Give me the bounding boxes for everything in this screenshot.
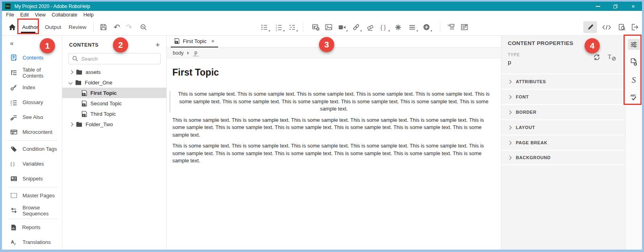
restore-button[interactable] [607,2,624,11]
workspace-tab-output[interactable]: Output [41,18,65,35]
breadcrumb-current[interactable]: p [193,50,199,56]
insert-image-button[interactable] [323,21,335,33]
insert-table-button[interactable] [310,21,322,33]
sidebar-item-contents[interactable]: Contents [2,50,62,65]
insert-table-icon [312,24,320,31]
sidebar-item-master-pages[interactable]: Master Pages [2,188,62,203]
find-replace-icon [140,24,147,31]
insert-snippet-button[interactable] [392,21,404,33]
section-page-break[interactable]: PAGE BREAK [501,135,625,150]
preview-button[interactable] [616,21,628,33]
topic-paragraph[interactable]: This is some sample text. This is some s… [172,90,495,113]
paragraph-styles-button[interactable] [406,21,418,33]
source-view-button[interactable] [601,21,613,33]
chevron-right-icon[interactable] [70,70,74,74]
sidebar-item-table-of-contents[interactable]: Table of Contents [2,65,62,80]
sidebar-item-microcontent[interactable]: Microcontent [2,125,62,139]
sidebar-item-variables[interactable]: { } Variables [2,156,62,171]
menu-help[interactable]: Help [84,12,94,18]
home-icon [8,24,16,31]
section-font[interactable]: FONT [501,89,625,104]
undo-button[interactable]: ↶ [111,21,123,33]
callout-4: 4 [585,38,600,53]
menu-bar: File Edit View Collaborate Help [2,11,642,18]
numbered-list-button[interactable]: 123 [273,21,285,33]
topic-file-icon: H [174,38,180,44]
insert-image-icon [325,24,333,31]
sidebar-item-translations[interactable]: Az Translations [2,235,62,250]
contents-panel: CONTENTS + assets Folder_One [62,36,167,250]
insert-more-button[interactable] [420,21,432,33]
contents-tree: assets Folder_One H First Topic H Second… [62,67,166,129]
translations-icon: Az [10,239,17,246]
insert-variable-button[interactable]: { } [378,21,390,33]
callout-1: 1 [40,38,55,53]
tree-item-folder-two[interactable]: Folder_Two [62,119,166,129]
search-input[interactable] [81,56,160,62]
clear-formatting-button[interactable] [364,21,376,33]
find-replace-button[interactable] [137,21,149,33]
insert-toc-placeholder-button[interactable] [445,21,457,33]
section-background[interactable]: BACKGROUND [501,150,625,165]
callout-2: 2 [113,37,128,53]
output-view-button[interactable] [629,21,641,33]
home-button[interactable] [6,21,18,33]
tree-item-label: Third Topic [90,111,116,117]
edit-mode-button[interactable] [583,21,597,33]
multilevel-list-button[interactable] [286,21,298,33]
sidebar-item-see-also[interactable]: See Also [2,110,62,125]
sidebar-item-label: Snippets [22,176,43,182]
section-layout[interactable]: LAYOUT [501,119,625,135]
tab-close-icon[interactable]: × [211,38,215,44]
tree-item-second-topic[interactable]: H Second Topic [62,98,166,109]
tree-item-third-topic[interactable]: H Third Topic [62,109,166,119]
workspace-tab-review[interactable]: Review [63,18,92,35]
master-page-button[interactable] [458,21,470,33]
robohelp-logo-icon: Rh [5,3,11,9]
menu-collaborate[interactable]: Collaborate [52,12,78,18]
sidebar-item-label: Table of Contents [22,67,62,79]
svg-text:{ }: { } [10,162,15,166]
clear-type-button[interactable]: T [607,52,617,62]
insert-link-button[interactable] [350,21,362,33]
section-attributes[interactable]: ATTRIBUTES [501,74,625,89]
callout-3: 3 [319,37,334,52]
chevron-right-icon [508,110,512,114]
sidebar-item-index[interactable]: Index [2,80,62,95]
menu-file[interactable]: File [6,12,14,18]
sidebar-item-browse-sequences[interactable]: Browse Sequences [2,203,62,218]
sidebar-item-glossary[interactable]: abc Glossary [2,95,62,110]
chevron-right-icon[interactable] [70,122,74,126]
chevron-right-icon [508,80,512,84]
topic-paragraph[interactable]: This is some sample text. This is some s… [172,117,495,139]
chevron-right-icon [508,125,512,129]
sidebar-item-condition-tags[interactable]: Condition Tags [2,141,62,156]
tree-item-first-topic[interactable]: H First Topic [62,88,166,98]
insert-video-button[interactable] [336,21,348,33]
minimize-button[interactable] [589,2,607,11]
menu-edit[interactable]: Edit [20,12,29,18]
topic-canvas[interactable]: First Topic This is some sample text. Th… [167,58,501,250]
chevron-down-icon[interactable] [69,80,73,84]
redo-button[interactable]: ↷ [123,21,135,33]
type-value: p [508,59,619,66]
tree-item-assets[interactable]: assets [62,67,166,77]
add-new-item-button[interactable]: + [155,41,160,49]
folder-icon [76,69,82,75]
toolbar-divider [93,22,94,32]
topic-paragraph[interactable]: This is some sample text. This is some s… [172,142,495,165]
restore-icon [613,4,617,8]
close-button[interactable]: × [624,2,642,11]
sidebar-item-reports[interactable]: Reports [2,220,62,235]
section-border[interactable]: BORDER [501,104,625,119]
sidebar-divider [7,187,58,187]
save-button[interactable] [97,21,109,33]
pencil-icon [587,24,594,31]
menu-view[interactable]: View [35,12,46,18]
bullet-list-button[interactable] [258,21,270,33]
tree-item-folder-one[interactable]: Folder_One [62,77,166,88]
breadcrumb-body[interactable]: body [173,50,184,56]
svg-text:3: 3 [276,29,277,31]
sidebar-item-snippets[interactable]: Snippets [2,171,62,186]
editor-tab-first-topic[interactable]: H First Topic × [171,35,218,47]
